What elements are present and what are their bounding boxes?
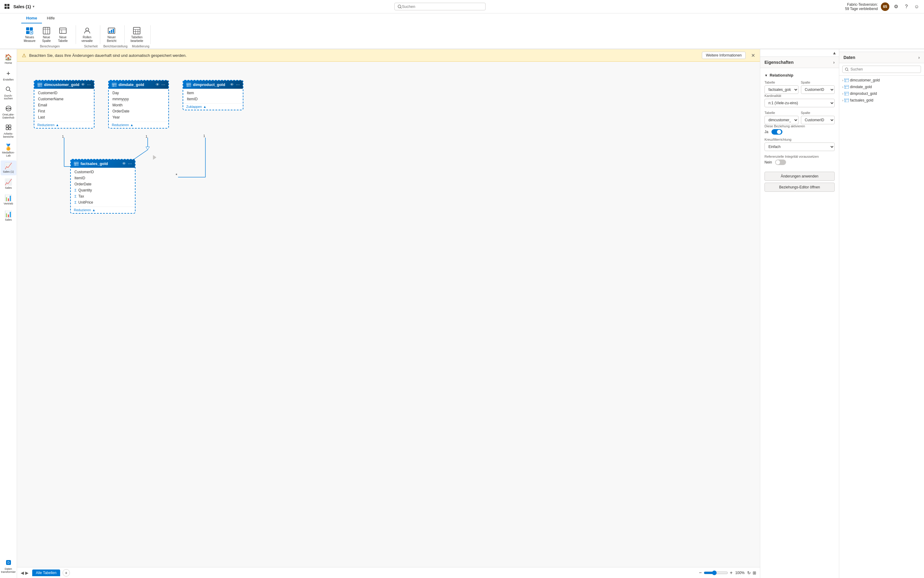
- sidebar-item-arbeitsbereiche[interactable]: Arbeits-bereiche: [1, 122, 16, 140]
- apply-changes-btn[interactable]: Änderungen anwenden: [765, 172, 835, 181]
- all-tables-tab[interactable]: Alle Tabellen: [32, 570, 60, 576]
- dimdate-header: dimdate_gold 👁 ⋯: [109, 81, 169, 89]
- dimdate-field-0: Day: [109, 90, 169, 96]
- dimproduct-zuklappen-btn[interactable]: Zuklappen ▲: [186, 105, 240, 109]
- help-icon[interactable]: ?: [903, 3, 910, 10]
- dimdate-tree-label: dimdate_gold: [850, 85, 872, 89]
- dimcustomer-collapse-label: Reduzieren: [37, 123, 54, 127]
- properties-panel-expand-btn[interactable]: ›: [833, 60, 835, 65]
- warning-link-btn[interactable]: Weitere Informationen: [702, 52, 746, 59]
- referential-toggle[interactable]: [775, 159, 786, 165]
- vertrieb-icon: 📊: [5, 194, 12, 201]
- dimproduct-eye-icon[interactable]: 👁: [230, 82, 234, 87]
- svg-rect-38: [9, 128, 11, 130]
- relationship-chevron-icon[interactable]: ▼: [765, 73, 768, 77]
- tab-home[interactable]: Home: [21, 13, 42, 23]
- data-tree: › dimcustomer_gold › dimdate_gold › dimp…: [839, 76, 924, 105]
- factsales-collapse-btn[interactable]: Reduzieren ▲: [74, 208, 132, 212]
- zoom-controls: − + 100% ↻ ⊞: [699, 570, 756, 576]
- btn-neue-spalte-label: NeueSpalte: [42, 36, 51, 43]
- btn-neue-tabelle[interactable]: NeueTabelle: [55, 25, 71, 44]
- dimproduct-zuklappen-icon: ▲: [203, 105, 206, 109]
- dimdate-tree-chevron: ›: [842, 85, 843, 89]
- btn-tabellen-bearbeite[interactable]: Tabellenbearbeite: [128, 25, 146, 44]
- sidebar-item-datentransformier[interactable]: D Datentransformier: [1, 558, 16, 576]
- dimdate-more-icon[interactable]: ⋯: [161, 82, 165, 87]
- from-table-select[interactable]: factsales_gold: [765, 85, 799, 94]
- zoom-slider[interactable]: [704, 570, 728, 575]
- btn-rollen-verwalte[interactable]: Rollenverwalte: [79, 25, 95, 44]
- sidebar-item-erstellen[interactable]: + Erstellen: [1, 68, 16, 83]
- dimdate-collapse-btn[interactable]: Reduzieren ▲: [112, 123, 165, 127]
- factsales-tree-icon: [845, 99, 849, 102]
- app-title[interactable]: Sales (1) ▼: [13, 4, 35, 9]
- properties-collapse-chevron[interactable]: ▲: [832, 50, 836, 55]
- referential-toggle-row: Nein: [765, 159, 835, 165]
- dimcustomer-table-icon: [37, 83, 42, 87]
- dimcustomer-eye-icon[interactable]: 👁: [81, 82, 85, 87]
- feedback-icon[interactable]: ☺: [913, 3, 920, 10]
- settings-icon[interactable]: ⚙: [892, 3, 900, 10]
- ribbon-content: NeuesMeasure NeueSpalte NeueTabelle Bere…: [0, 23, 924, 49]
- cardinality-select[interactable]: n:1 (Viele-zu-eins): [765, 99, 835, 107]
- data-panel-expand-btn[interactable]: ›: [918, 55, 920, 60]
- search-input[interactable]: [402, 4, 483, 9]
- dimproduct-more-icon[interactable]: ⋯: [236, 82, 240, 87]
- svg-rect-0: [5, 4, 6, 6]
- sidebar-item-onelake[interactable]: OneLake-Datenhub: [1, 103, 16, 121]
- data-search-input[interactable]: [851, 67, 918, 71]
- btn-neues-measure[interactable]: NeuesMeasure: [21, 25, 38, 44]
- search-wrap: [394, 3, 486, 10]
- data-tree-item-factsales[interactable]: › factsales_gold: [839, 97, 924, 104]
- btn-neuer-bericht[interactable]: NeuerBericht: [104, 25, 119, 44]
- sidebar-item-sales1[interactable]: 📈 Sales (1): [1, 161, 16, 175]
- tab-hilfe[interactable]: Hilfe: [42, 13, 60, 23]
- add-tab-btn[interactable]: +: [63, 569, 70, 576]
- open-editor-btn[interactable]: Beziehungs-Editor öffnen: [765, 183, 835, 192]
- sales2-icon: 📊: [5, 210, 12, 218]
- dimproduct-title-text: dimproduct_gold: [193, 82, 225, 87]
- arbeitsbereiche-icon: [5, 124, 11, 132]
- data-tree-item-dimcustomer[interactable]: › dimcustomer_gold: [839, 77, 924, 84]
- warning-close-btn[interactable]: ✕: [751, 53, 755, 58]
- data-tree-item-dimproduct[interactable]: › dimproduct_gold: [839, 90, 924, 97]
- dimdate-eye-icon[interactable]: 👁: [156, 82, 159, 87]
- dimproduct-title: dimproduct_gold: [186, 82, 225, 87]
- dimdate-field-3: OrderDate: [109, 108, 169, 114]
- notification-wrap: 65: [881, 2, 889, 11]
- cross-filter-label: Kreuzfilterrichtung: [765, 138, 835, 141]
- to-col-select[interactable]: CustomerID: [801, 116, 835, 124]
- factsales-eye-icon[interactable]: 👁: [122, 161, 126, 166]
- activate-toggle[interactable]: [772, 129, 782, 135]
- sidebar-item-home[interactable]: 🏠 Home: [1, 52, 16, 67]
- zoom-plus-btn[interactable]: +: [730, 570, 733, 576]
- zoom-minus-btn[interactable]: −: [699, 570, 702, 576]
- btn-neue-spalte[interactable]: NeueSpalte: [39, 25, 54, 44]
- from-col-select[interactable]: CustomerID: [801, 85, 835, 94]
- dimcustomer-collapse-btn[interactable]: Reduzieren ▲: [37, 123, 91, 127]
- app-grid-icon[interactable]: [4, 3, 11, 10]
- factsales-more-icon[interactable]: ⋯: [128, 161, 132, 166]
- sidebar-item-sales2[interactable]: 📊 Sales: [1, 208, 16, 223]
- sidebar-home-label: Home: [5, 62, 12, 65]
- sidebar-item-vertrieb[interactable]: 📊 Vertrieb: [1, 192, 16, 207]
- refresh-btn[interactable]: ↻: [747, 570, 751, 575]
- cross-filter-select[interactable]: Einfach: [765, 143, 835, 151]
- notifications-btn[interactable]: 65: [881, 2, 889, 11]
- dimdate-field-4: Year: [109, 114, 169, 120]
- nav-right-icon[interactable]: ▶: [25, 570, 29, 575]
- to-table-select[interactable]: dimcustomer_gold: [765, 116, 799, 124]
- data-tree-item-dimdate[interactable]: › dimdate_gold: [839, 84, 924, 90]
- from-table-col: Tabelle factsales_gold: [765, 81, 799, 94]
- sidebar-item-medallion[interactable]: 🏅 Medallion-Lab: [1, 141, 16, 159]
- cardinality-group: Kardinalität n:1 (Viele-zu-eins): [765, 94, 835, 107]
- sidebar-item-durchsuchen[interactable]: Durch-suchen: [1, 84, 16, 102]
- nav-left-icon[interactable]: ◀: [21, 570, 24, 575]
- diagram-canvas[interactable]: 1 * 1 1 *: [17, 62, 760, 567]
- dimdate-tree-icon: [845, 85, 849, 89]
- factsales-body: CustomerID ItemID OrderDate ΣQuantity ΣT…: [71, 168, 135, 207]
- fit-page-btn[interactable]: ⊞: [753, 570, 756, 575]
- sidebar-item-sales[interactable]: 📈 Sales: [1, 177, 16, 192]
- dimcustomer-more-icon[interactable]: ⋯: [87, 82, 91, 87]
- factsales-field-3: ΣQuantity: [71, 187, 135, 193]
